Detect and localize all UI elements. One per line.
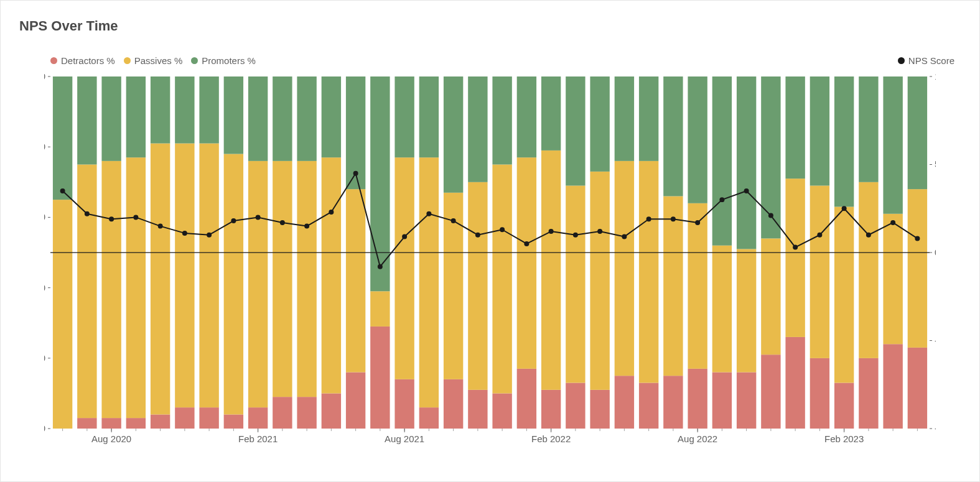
- bar-passives: [883, 214, 902, 344]
- nps-point: [280, 220, 285, 225]
- nps-point: [402, 234, 407, 239]
- bar-passives: [663, 196, 683, 376]
- bar-passives: [394, 157, 414, 379]
- bar-detractors: [492, 393, 511, 429]
- bar-detractors: [859, 358, 878, 429]
- nps-point: [671, 216, 676, 221]
- bar-detractors: [761, 355, 780, 429]
- nps-point: [622, 234, 627, 239]
- y-right-tick-label: -100: [935, 423, 936, 433]
- bar-passives: [761, 238, 780, 355]
- bar-detractors: [199, 407, 218, 429]
- bar-promoters: [492, 76, 511, 165]
- bar-detractors: [248, 407, 268, 429]
- bar-promoters: [810, 76, 829, 185]
- bar-detractors: [468, 390, 487, 429]
- x-tick-label: Feb 2022: [531, 433, 571, 444]
- legend: Detractors % Passives % Promoters % NPS …: [50, 55, 954, 68]
- legend-item-nps: NPS Score: [898, 55, 954, 66]
- nps-point: [207, 233, 212, 238]
- bar-passives: [297, 161, 316, 397]
- bar-promoters: [248, 76, 268, 161]
- bar-passives: [77, 165, 96, 419]
- bar-passives: [492, 165, 511, 394]
- nps-point: [695, 220, 700, 225]
- bar-passives: [590, 172, 609, 390]
- legend-right-group: NPS Score: [898, 55, 954, 66]
- legend-swatch-nps: [898, 57, 905, 64]
- bar-passives: [712, 246, 732, 373]
- bar-passives: [53, 200, 72, 429]
- bar-detractors: [566, 383, 585, 429]
- chart-card: NPS Over Time Detractors % Passives % Pr…: [0, 0, 980, 482]
- nps-point: [475, 233, 480, 238]
- legend-swatch-passives: [124, 57, 131, 64]
- bar-promoters: [785, 76, 805, 178]
- legend-item-detractors: Detractors %: [50, 55, 115, 66]
- bar-promoters: [688, 76, 707, 203]
- bar-passives: [834, 206, 854, 382]
- nps-point: [744, 188, 749, 193]
- bar-detractors: [908, 348, 927, 429]
- bar-detractors: [737, 373, 756, 429]
- x-tick-label: Aug 2020: [91, 433, 131, 444]
- bar-promoters: [639, 76, 658, 161]
- nps-point: [500, 227, 505, 232]
- bar-promoters: [590, 76, 609, 172]
- bar-promoters: [517, 76, 536, 157]
- nps-point: [329, 210, 334, 215]
- bar-promoters: [859, 76, 878, 182]
- bar-passives: [810, 185, 829, 358]
- bar-passives: [639, 161, 658, 383]
- bar-detractors: [785, 337, 805, 429]
- bar-detractors: [224, 414, 243, 429]
- bar-passives: [370, 291, 390, 327]
- bar-promoters: [737, 76, 756, 249]
- bar-detractors: [688, 369, 707, 429]
- bar-detractors: [126, 418, 146, 429]
- x-tick-label: Aug 2021: [385, 433, 424, 444]
- legend-label-nps: NPS Score: [908, 55, 954, 66]
- legend-swatch-promoters: [191, 57, 198, 64]
- nps-point: [231, 218, 236, 223]
- bar-promoters: [53, 76, 72, 200]
- bar-detractors: [639, 383, 658, 429]
- bar-passives: [199, 144, 218, 408]
- chart-title: NPS Over Time: [19, 18, 118, 34]
- nps-point: [133, 215, 138, 220]
- bar-detractors: [273, 397, 292, 429]
- nps-point: [353, 171, 358, 176]
- y-left-tick-label: 40: [44, 282, 45, 293]
- plot-area: 020406080100-100-50050100Aug 2020Feb 202…: [44, 74, 936, 447]
- bar-promoters: [394, 76, 414, 157]
- bar-detractors: [883, 344, 902, 429]
- legend-label-promoters: Promoters %: [202, 55, 256, 66]
- bar-passives: [419, 157, 439, 407]
- nps-point: [182, 231, 187, 236]
- bar-detractors: [370, 327, 390, 429]
- y-right-tick-label: 50: [935, 159, 936, 170]
- legend-item-promoters: Promoters %: [191, 55, 256, 66]
- nps-point: [768, 213, 773, 218]
- bar-passives: [273, 161, 292, 397]
- nps-point: [60, 188, 65, 193]
- nps-point: [793, 245, 798, 250]
- nps-point: [158, 224, 163, 229]
- nps-point: [85, 211, 90, 216]
- bar-detractors: [151, 414, 170, 429]
- bar-passives: [101, 161, 121, 418]
- bar-promoters: [224, 76, 243, 154]
- nps-point: [426, 211, 431, 216]
- bar-promoters: [615, 76, 634, 161]
- legend-left-group: Detractors % Passives % Promoters %: [50, 55, 256, 66]
- legend-swatch-detractors: [50, 57, 57, 64]
- nps-point: [109, 216, 114, 221]
- bar-passives: [126, 157, 146, 418]
- legend-label-passives: Passives %: [134, 55, 183, 66]
- bar-passives: [248, 161, 268, 407]
- bar-detractors: [590, 390, 609, 429]
- bar-passives: [737, 249, 756, 372]
- nps-point: [573, 233, 578, 238]
- bar-passives: [688, 203, 707, 369]
- bar-detractors: [663, 376, 683, 429]
